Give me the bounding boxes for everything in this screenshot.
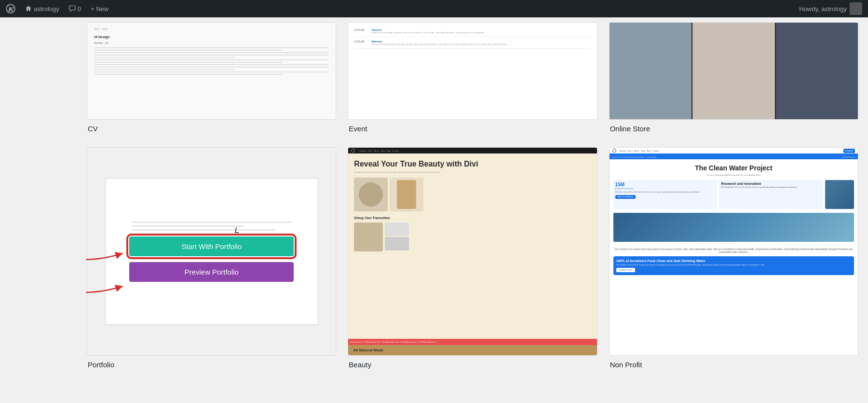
- main-content: 2021 – 2026 UI Design Remote – CA: [0, 17, 868, 403]
- template-grid: 2021 – 2026 UI Design Remote – CA: [87, 17, 858, 369]
- np-ocean-img: [825, 180, 854, 209]
- np-donate-btn-1[interactable]: MAKE A DONATION: [615, 195, 636, 199]
- cv-title: UI Design: [94, 35, 329, 39]
- template-item-event: 10:00 AM Check-In Collect your event bad…: [348, 22, 597, 133]
- beauty-hero-title: Reveal Your True Beauty with Divi: [354, 159, 591, 168]
- comments-link[interactable]: 0: [69, 5, 81, 13]
- np-phone: (555) 555-5555: [842, 156, 855, 158]
- template-item-nonprofit: Landing Home About Shop Blog Contact DON…: [609, 147, 858, 369]
- howdy-area: Howdy, astrology: [799, 2, 862, 15]
- beauty-hero-sub: Our high-end cosmetics are created with …: [354, 171, 591, 173]
- np-search-text: Search Cinema Diva: World's 10 Best ... …: [612, 156, 657, 158]
- template-item-beauty: Landing Home About Shop Blog Contact Rev…: [348, 147, 597, 369]
- beauty-section-title: Shop Our Favorites: [354, 216, 591, 220]
- event-row-1: 10:00 AM Check-In Collect your event bad…: [354, 28, 591, 37]
- beauty-product-row: [354, 178, 591, 211]
- np-cards: 15M $ Raised for the Sea We have receive…: [610, 180, 858, 213]
- store-img-1: [610, 23, 692, 119]
- howdy-text: Howdy, astrology: [799, 5, 847, 13]
- template-item-store: Online Store: [609, 22, 858, 133]
- topbar: astrology 0 + New Howdy, astrology: [0, 0, 868, 17]
- site-name: astrology: [34, 5, 59, 13]
- nonprofit-label: Non Profit: [609, 361, 858, 369]
- beauty-ticker: Beautiful skin • Get A Beautiful skin • …: [348, 339, 597, 345]
- np-donate-box: 100% of Donations Fund Clean and Safe Dr…: [613, 256, 854, 275]
- np-donate-btn-box[interactable]: DONATE NOW: [616, 268, 635, 272]
- beauty-label: Beauty: [348, 361, 597, 369]
- event-time-1: 10:00 AM: [354, 28, 367, 31]
- beauty-nav-text: Landing Home About Shop Blog Contact: [359, 150, 399, 152]
- template-item-portfolio: Start With Portfolio Preview Portfolio P…: [87, 147, 336, 369]
- store-img-2: [692, 23, 774, 119]
- user-avatar: [850, 2, 862, 15]
- np-main-title: The Clean Water Project: [610, 159, 858, 174]
- beauty-favorites-row: [354, 222, 591, 251]
- beauty-preview-card[interactable]: Landing Home About Shop Blog Contact Rev…: [348, 147, 597, 356]
- np-card-2: Research and Innovation We strategically…: [719, 180, 823, 209]
- np-nav: Landing Home About Shop Blog Contact DON…: [610, 148, 858, 154]
- np-card-1: 15M $ Raised for the Sea We have receive…: [613, 180, 718, 209]
- np-donate-title: 100% of Donations Fund Clean and Safe Dr…: [616, 259, 851, 263]
- comments-icon: [69, 5, 76, 12]
- np-card-1-num: 15M: [615, 182, 716, 187]
- start-with-portfolio-button[interactable]: Start With Portfolio: [129, 236, 294, 256]
- nonprofit-preview-card[interactable]: Landing Home About Shop Blog Contact DON…: [609, 147, 858, 356]
- cv-lines: [94, 47, 329, 76]
- new-link[interactable]: + New: [91, 5, 108, 13]
- template-item-cv: 2021 – 2026 UI Design Remote – CA: [87, 22, 336, 133]
- np-card-1-sub: $ Raised for the Sea: [615, 187, 716, 190]
- np-ocean-wide: [613, 213, 854, 242]
- store-preview-card[interactable]: [609, 22, 858, 120]
- event-time-2: 10:30 AM: [354, 40, 367, 43]
- cv-subtitle: Remote – CA: [94, 42, 329, 44]
- beauty-nav: Landing Home About Shop Blog Contact: [348, 148, 597, 153]
- portfolio-label: Portfolio: [87, 361, 336, 369]
- beauty-logo: [351, 149, 355, 153]
- event-label: Event: [348, 125, 597, 133]
- event-row-2: 10:30 AM Welcome Our event hosts will in…: [354, 40, 591, 49]
- np-main-sub: Join us in promoting helpful ecosystems …: [610, 174, 858, 180]
- event-preview-card[interactable]: 10:00 AM Check-In Collect your event bad…: [348, 22, 597, 120]
- wordpress-icon: [6, 4, 15, 14]
- comments-count: 0: [78, 5, 81, 13]
- np-logo: [612, 149, 616, 153]
- np-donate-desc: Your donation ensures that every dollar …: [616, 264, 851, 266]
- beauty-more-title: All Natural Made: [348, 345, 597, 355]
- cv-preview-card[interactable]: 2021 – 2026 UI Design Remote – CA: [87, 22, 336, 120]
- event-desc-1: Collect your event badge, schedule, and …: [371, 31, 484, 34]
- cv-date: 2021 – 2026: [94, 28, 329, 30]
- store-img-3: [776, 23, 858, 119]
- np-search-bar: Search Cinema Diva: World's 10 Best ... …: [610, 154, 858, 159]
- store-label: Online Store: [609, 125, 858, 133]
- portfolio-preview-card[interactable]: Start With Portfolio Preview Portfolio: [87, 147, 336, 356]
- preview-portfolio-button[interactable]: Preview Portfolio: [129, 262, 294, 282]
- cv-label: CV: [87, 125, 336, 133]
- svg-rect-1: [69, 6, 75, 10]
- np-card-2-title: Research and Innovation: [721, 182, 821, 185]
- np-card-2-desc: We strategically invest in ocean cleanup…: [721, 186, 821, 188]
- np-nav-links: Landing Home About Shop Blog Contact: [619, 150, 659, 152]
- site-link[interactable]: astrology: [25, 5, 59, 13]
- home-icon: [25, 5, 32, 12]
- np-donate-nav-btn: DONATE: [843, 149, 855, 153]
- np-card-1-desc: We have received 15% of the Ocean fees s…: [615, 191, 716, 193]
- event-desc-2: Our event hosts will introduce the day's…: [371, 43, 507, 45]
- new-label: + New: [91, 5, 108, 13]
- np-mission-text: Our mission is to ensure that every pers…: [610, 246, 858, 256]
